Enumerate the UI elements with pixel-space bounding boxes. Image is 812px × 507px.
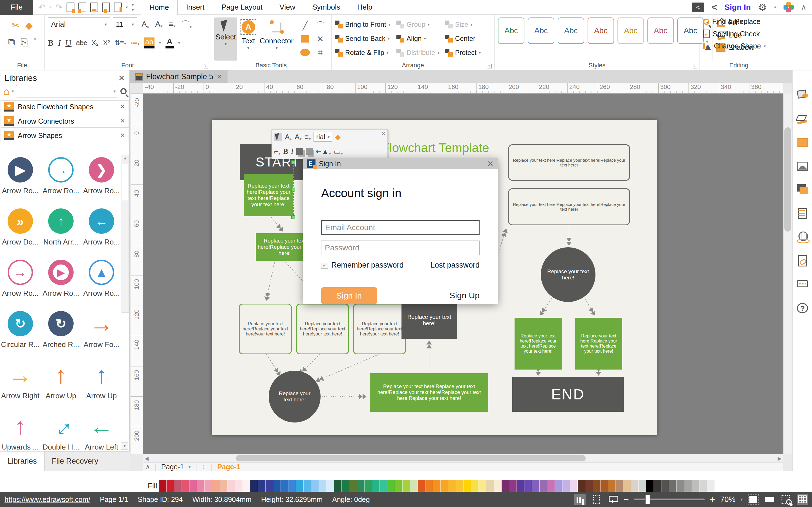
color-swatch[interactable] — [205, 480, 212, 492]
sidebar-tool-icon[interactable] — [796, 231, 809, 243]
flow-rounded-right-1[interactable]: Replace your text here!Replace your text… — [508, 144, 630, 181]
remember-checkbox[interactable]: ✓ — [321, 262, 328, 269]
library-shape-item[interactable]: ▶ Arrow Ro... — [41, 256, 81, 307]
minibar-increase-font-icon[interactable]: A▴ — [285, 133, 292, 142]
minibar-font-combo[interactable]: rial▾ — [313, 132, 332, 142]
library-shape-item[interactable]: » Arrow Do... — [0, 205, 41, 256]
spelling-check-button[interactable]: Spelling Check — [703, 30, 774, 38]
menu-tab[interactable]: Insert — [177, 0, 213, 15]
arrange-button[interactable]: Center — [445, 35, 492, 43]
color-swatch[interactable] — [159, 480, 167, 492]
flow-small-box-2[interactable]: Replace your text here!Replace your text… — [296, 304, 349, 354]
color-swatch[interactable] — [509, 480, 517, 492]
redo-icon[interactable]: ↷ — [56, 2, 63, 12]
pages-collapse-icon[interactable]: ∧ — [145, 463, 150, 471]
arc-shape-icon[interactable]: ⌒ — [316, 20, 324, 31]
flow-big-green-box[interactable]: Replace your text here!Replace your text… — [370, 373, 488, 412]
signup-link[interactable]: Sign Up — [449, 291, 479, 300]
library-section-header[interactable]: ★ Arrow Shapes ✕ — [1, 129, 129, 142]
style-swatch-button[interactable]: Abc — [558, 17, 584, 44]
flow-circle-left[interactable]: Replace your text here! — [269, 371, 320, 422]
color-swatch[interactable] — [167, 480, 174, 492]
style-swatch-button[interactable]: Abc — [528, 17, 554, 44]
add-page-icon[interactable]: + — [201, 462, 206, 472]
library-scrollbar[interactable]: ▲ — [121, 155, 129, 313]
arrange-button[interactable]: Align▾ — [396, 35, 445, 43]
minibar-decrease-font-icon[interactable]: A▾ — [295, 133, 302, 142]
color-swatch[interactable] — [250, 480, 258, 492]
minibar-style-icon[interactable]: ▭▾ — [334, 147, 343, 156]
selection-handle[interactable] — [291, 187, 295, 191]
color-swatch[interactable] — [570, 480, 578, 492]
color-swatch[interactable] — [479, 480, 486, 492]
color-swatch[interactable] — [273, 480, 281, 492]
collapse-ribbon-icon[interactable]: ∧ — [801, 3, 806, 11]
color-swatch[interactable] — [692, 480, 700, 492]
sidebar-tool-icon[interactable] — [796, 255, 809, 267]
color-swatch[interactable] — [319, 480, 326, 492]
library-section-header[interactable]: ★ Basic Flowchart Shapes ✕ — [1, 100, 129, 113]
open-folder-icon[interactable] — [79, 3, 86, 12]
flow-circle-right[interactable]: Replace your text here! — [541, 247, 596, 302]
library-shape-item[interactable]: ↑ Arrow Up — [41, 359, 81, 410]
gear-icon[interactable]: ⚙ — [758, 2, 767, 13]
menu-tab[interactable]: Page Layout — [213, 0, 271, 15]
color-swatch[interactable] — [243, 480, 250, 492]
flow-green-pair-1[interactable]: Replace your text here!Replace your text… — [515, 318, 562, 370]
color-swatch[interactable] — [540, 480, 547, 492]
color-swatch[interactable] — [585, 480, 593, 492]
library-shape-item[interactable]: → Arrow Fo... — [81, 307, 122, 359]
superscript-icon[interactable]: X² — [103, 39, 110, 47]
style-swatch-button[interactable]: Abc — [588, 17, 614, 44]
font-dialog-launcher-icon[interactable]: ↘ — [204, 64, 208, 68]
color-swatch[interactable] — [456, 480, 463, 492]
ellipse-shape-icon[interactable] — [300, 49, 310, 56]
color-swatch[interactable] — [227, 480, 235, 492]
text-tool-button[interactable]: A Text▾ — [237, 17, 260, 61]
paste-caret-icon[interactable]: ▾ — [34, 37, 36, 48]
zoom-level[interactable]: 70% — [720, 495, 735, 504]
arrange-dialog-launcher-icon[interactable]: ↘ — [488, 64, 492, 68]
page-tab[interactable]: Page-1 — [161, 463, 184, 471]
minibar-select-icon[interactable] — [274, 133, 282, 141]
color-swatch[interactable] — [433, 480, 441, 492]
selection-handle[interactable] — [291, 160, 295, 164]
menu-tab[interactable]: Home — [141, 0, 177, 15]
paste-icon[interactable]: ⎘ — [20, 37, 28, 48]
minibar-format-painter-icon[interactable]: ◆ — [335, 133, 341, 142]
close-minibar-icon[interactable]: ✕ — [381, 130, 386, 137]
connection-point-icon[interactable]: ✕ — [317, 34, 324, 44]
flow-small-box-3[interactable]: Replace your text here!Replace your text… — [353, 304, 406, 354]
scroll-right-icon[interactable]: ▶ — [777, 455, 781, 462]
line-shape-icon[interactable]: ╱ — [303, 20, 308, 31]
save-icon[interactable] — [90, 3, 98, 12]
home-icon[interactable]: ⌂ — [3, 86, 10, 97]
library-shape-item[interactable]: → Arrow Right — [0, 359, 41, 410]
font-color-icon[interactable]: A — [165, 37, 173, 48]
crop-icon[interactable]: ⌗ — [318, 48, 323, 57]
font-size-combo[interactable]: 11▾ — [113, 17, 137, 31]
export-icon[interactable] — [114, 3, 122, 12]
library-shape-item[interactable]: ↻ Arched R... — [41, 307, 81, 359]
close-dialog-icon[interactable]: ✕ — [487, 159, 494, 168]
share-board-icon[interactable]: < — [692, 3, 704, 12]
color-swatch[interactable] — [555, 480, 562, 492]
color-swatch[interactable] — [388, 480, 395, 492]
minibar-spacing-icon[interactable]: ⇤▲▾ — [315, 147, 331, 156]
flow-small-box-1[interactable]: Replace your text here!Replace your text… — [239, 304, 292, 354]
sidebar-tool-icon[interactable] — [796, 160, 809, 172]
presentation-icon[interactable] — [607, 494, 618, 505]
menu-tab[interactable]: View — [271, 0, 304, 15]
flow-rounded-right-2[interactable]: Replace your text here!Replace your text… — [508, 188, 630, 225]
export-caret-icon[interactable]: ▾ — [126, 5, 128, 10]
color-swatch[interactable] — [661, 480, 669, 492]
color-swatch[interactable] — [326, 480, 334, 492]
flow-end-shape[interactable]: END — [512, 377, 624, 412]
library-shape-item[interactable]: → Arrow Ro... — [41, 154, 81, 205]
align-text-icon[interactable]: ≡▾ — [167, 19, 177, 29]
color-swatch[interactable] — [639, 480, 646, 492]
color-swatch[interactable] — [700, 480, 707, 492]
library-search-icon[interactable] — [120, 88, 126, 94]
library-shape-item[interactable]: → Arrow Ro... — [0, 256, 41, 307]
color-swatch[interactable] — [410, 480, 418, 492]
